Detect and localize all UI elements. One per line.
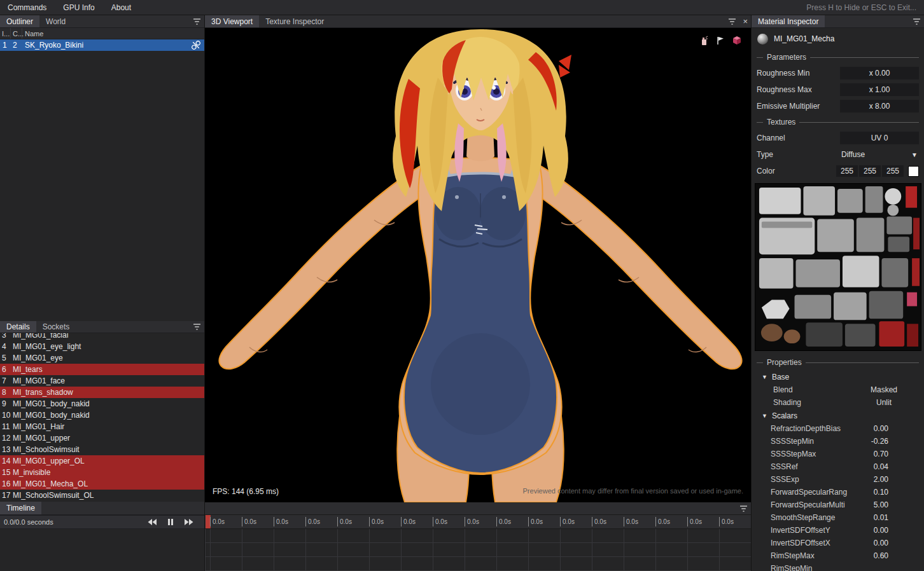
channel-label: Channel xyxy=(757,134,785,142)
ruler-tick: 0.0s xyxy=(719,515,751,528)
type-label: Type xyxy=(757,150,773,159)
scalar-value[interactable]: 0.60 xyxy=(874,551,888,560)
section-textures[interactable]: Textures xyxy=(752,114,924,130)
column-name[interactable]: Name xyxy=(22,30,204,38)
material-name: MI_MG01_eye_light xyxy=(11,342,81,351)
outliner-tabbar: Outliner World xyxy=(0,15,204,28)
material-list-item[interactable]: 6MI_tears xyxy=(0,364,204,375)
scalar-value[interactable]: 0.04 xyxy=(874,462,888,471)
tab-world[interactable]: World xyxy=(39,15,72,27)
material-name: MI_MG01_Mecha_OL xyxy=(11,479,88,488)
filter-icon[interactable] xyxy=(739,505,748,513)
channel-row: Channel UV 0 xyxy=(752,130,924,146)
scalar-value[interactable]: -0.26 xyxy=(871,437,888,446)
parameter-value[interactable]: x 1.00 xyxy=(840,83,919,96)
tab-3d-viewport[interactable]: 3D Viewport xyxy=(205,15,259,27)
material-list-item[interactable]: 9MI_MG01_body_nakid xyxy=(0,398,204,409)
material-list-item[interactable]: 16MI_MG01_Mecha_OL xyxy=(0,478,204,490)
timeline-ruler[interactable]: 0.0s 0.0s 0.0s 0.0s 0.0s 0.0s 0.0s 0.0s … xyxy=(205,515,751,529)
color-g-field[interactable]: 255 xyxy=(859,165,881,177)
character-model[interactable] xyxy=(205,28,751,502)
material-name: MI_SchoolSwimsuit xyxy=(11,445,80,454)
pause-button[interactable] xyxy=(167,518,174,526)
tab-texture-inspector[interactable]: Texture Inspector xyxy=(259,15,330,27)
fast-forward-button[interactable] xyxy=(184,518,194,526)
material-list-item[interactable]: 14MI_MG01_upper_OL xyxy=(0,455,204,467)
scalar-value[interactable]: 0.00 xyxy=(874,539,888,547)
menu-about[interactable]: About xyxy=(111,3,131,12)
unlink-icon[interactable] xyxy=(192,41,200,50)
timeline-grid[interactable] xyxy=(205,529,751,571)
scalar-value[interactable]: 0.01 xyxy=(874,513,888,522)
material-list-item[interactable]: 7MI_MG01_face xyxy=(0,375,204,387)
parameter-value[interactable]: x 8.00 xyxy=(840,100,919,113)
material-index: 7 xyxy=(0,376,11,385)
menu-gpu-info[interactable]: GPU Info xyxy=(63,3,94,12)
color-swatch[interactable] xyxy=(908,166,919,177)
scalar-value[interactable]: 0.70 xyxy=(874,450,888,458)
expander-icon[interactable]: ▼ xyxy=(762,374,767,380)
timeline-controls: 0.0/0.0 seconds xyxy=(0,515,204,529)
scalar-value[interactable]: 2.00 xyxy=(874,475,888,484)
type-dropdown[interactable]: Diffuse ▼ xyxy=(840,148,919,161)
material-list-item[interactable]: 10MI_MG01_body_nakid xyxy=(0,409,204,421)
column-id[interactable]: I... xyxy=(0,28,11,39)
color-r-field[interactable]: 255 xyxy=(836,165,858,177)
scalar-value[interactable]: 0.10 xyxy=(874,488,888,497)
expander-icon[interactable]: ▼ xyxy=(762,413,767,419)
flag-icon[interactable] xyxy=(715,36,725,46)
viewport-canvas[interactable]: FPS: 144 (6.95 ms) Previewed content may… xyxy=(205,28,751,502)
material-list-item[interactable]: 17MI_SchoolSwimsuit_OL xyxy=(0,490,204,501)
scalar-label: SmoothStepRange xyxy=(771,513,835,522)
filter-icon[interactable] xyxy=(193,18,201,25)
ruler-tick: 0.0s xyxy=(528,515,560,528)
material-list-item[interactable]: 12MI_MG01_upper xyxy=(0,432,204,444)
filter-icon[interactable] xyxy=(193,323,201,331)
section-parameters[interactable]: Parameters xyxy=(752,50,924,65)
tab-outliner[interactable]: Outliner xyxy=(0,15,39,27)
left-panel: Outliner World I... C... Name 1 2 SK_Ryo… xyxy=(0,15,205,571)
parameter-row: Roughness Max x 1.00 xyxy=(752,81,924,98)
color-b-field[interactable]: 255 xyxy=(882,165,904,177)
scalar-label: InvertSDFOffsetX xyxy=(771,539,830,547)
material-list-item[interactable]: 8MI_trans_shadow xyxy=(0,387,204,398)
tab-sockets[interactable]: Sockets xyxy=(36,321,76,333)
texture-preview[interactable] xyxy=(755,183,921,351)
material-list-item[interactable]: 15M_invisible xyxy=(0,467,204,478)
material-inspector-panel: Material Inspector MI_MG01_Mecha Paramet… xyxy=(751,15,924,571)
section-properties[interactable]: Properties xyxy=(752,355,924,370)
material-list-item[interactable]: 11MI_MG01_Hair xyxy=(0,421,204,432)
material-list-item[interactable]: 13MI_SchoolSwimsuit xyxy=(0,444,204,455)
parameter-value[interactable]: x 0.00 xyxy=(840,67,919,79)
scalar-label: RimStepMin xyxy=(771,564,812,571)
material-list-item[interactable]: 3MI_MG01_facial xyxy=(0,333,204,341)
property-value[interactable]: Masked xyxy=(858,385,909,394)
ruler-tick: 0.0s xyxy=(274,515,305,528)
rewind-button[interactable] xyxy=(147,518,157,526)
tab-details[interactable]: Details xyxy=(0,321,36,333)
filter-icon[interactable] xyxy=(913,18,921,25)
viewport-panel: 3D Viewport Texture Inspector × xyxy=(205,15,751,502)
fps-counter: FPS: 144 (6.95 ms) xyxy=(213,487,279,496)
tree-group-base[interactable]: ▼ Base xyxy=(752,370,924,383)
outliner-row-selected[interactable]: 1 2 SK_Ryoko_Bikini xyxy=(0,39,204,51)
channel-value[interactable]: UV 0 xyxy=(840,132,919,144)
timeline-time-label: 0.0/0.0 seconds xyxy=(4,518,53,526)
scalar-value[interactable]: 5.00 xyxy=(874,500,888,509)
column-count[interactable]: C... xyxy=(11,28,22,39)
tree-group-scalars[interactable]: ▼ Scalars xyxy=(752,409,924,422)
scalar-value[interactable]: 0.00 xyxy=(874,526,888,535)
material-list-item[interactable]: 5MI_MG01_eye xyxy=(0,352,204,364)
tab-material-inspector[interactable]: Material Inspector xyxy=(752,15,825,27)
filter-icon[interactable] xyxy=(728,18,736,25)
scalar-value[interactable]: 0.00 xyxy=(874,424,888,433)
material-list-item[interactable]: 4MI_MG01_eye_light xyxy=(0,341,204,352)
property-value[interactable]: Unlit xyxy=(858,398,909,407)
menu-commands[interactable]: Commands xyxy=(8,3,46,12)
close-icon[interactable]: × xyxy=(743,17,748,25)
tab-timeline[interactable]: Timeline xyxy=(0,502,41,514)
property-label: Shading xyxy=(773,398,801,407)
spray-icon[interactable] xyxy=(699,36,709,46)
ruler-tick: 0.0s xyxy=(401,515,433,528)
cube-icon[interactable] xyxy=(732,36,742,46)
